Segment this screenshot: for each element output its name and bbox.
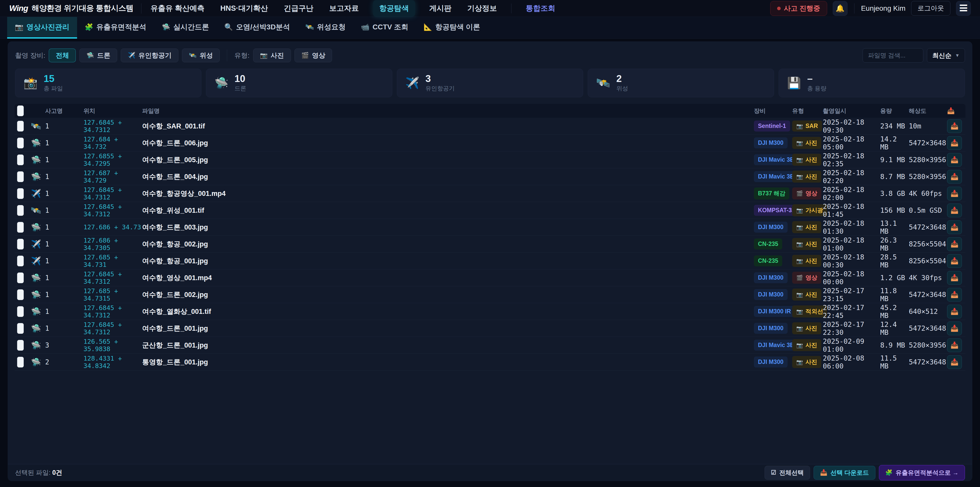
location-cell: 127.6845 + 34.7312 xyxy=(83,270,142,285)
table-row[interactable]: ✈️ 1 127.6845 + 34.7312 여수항_항공영상_001.mp4… xyxy=(14,185,966,202)
logout-button[interactable]: 로그아웃 xyxy=(911,1,950,16)
row-checkbox[interactable] xyxy=(17,306,24,317)
type-badge: 📷 사진 xyxy=(792,137,821,149)
row-checkbox[interactable] xyxy=(17,255,24,267)
table-row[interactable]: 🛸 1 127.685 + 34.7315 여수항_드론_002.jpg DJI… xyxy=(14,286,966,303)
device-filter-button[interactable]: 🛸 드론 xyxy=(80,48,117,62)
nav-item[interactable]: 게시판 xyxy=(428,0,453,17)
summary-card[interactable]: ✈️ 3 유인항공기 xyxy=(397,69,583,97)
table-row[interactable]: 🛸 1 127.6845 + 34.7312 여수항_영상_001.mp4 DJ… xyxy=(14,270,966,286)
type-badge-label: 사진 xyxy=(805,341,817,349)
summary-card[interactable]: 🛸 10 드론 xyxy=(206,69,392,97)
topbar-right: 사고 진행중 🔔 Eunjeong Kim 로그아웃 ☰ xyxy=(770,1,971,16)
table-row[interactable]: ✈️ 1 127.686 + 34.7305 여수항_항공_002.jpg CN… xyxy=(14,236,966,252)
download-button[interactable]: 📥 xyxy=(947,254,962,268)
platform-icon: 🛸 xyxy=(31,357,45,367)
download-button[interactable]: 📥 xyxy=(947,355,962,369)
row-checkbox[interactable] xyxy=(17,121,24,131)
download-button[interactable]: 📥 xyxy=(947,119,962,133)
table-row[interactable]: 🛸 1 127.684 + 34.732 여수항_드론_006.jpg DJI … xyxy=(14,134,966,152)
table-row[interactable]: 🛰️ 1 127.6845 + 34.7312 여수항_SAR_001.tif … xyxy=(14,118,966,134)
device-filter-button[interactable]: ✈️ 유인항공기 xyxy=(121,48,178,62)
download-button[interactable]: 📥 xyxy=(947,204,962,217)
download-button[interactable]: 📥 xyxy=(947,321,962,335)
send-to-analysis-button[interactable]: 🧩 유출유면적분석으로 → xyxy=(879,465,965,481)
download-button[interactable]: 📥 xyxy=(947,339,962,352)
download-icon: 📥 xyxy=(950,224,958,231)
row-checkbox[interactable] xyxy=(17,340,24,351)
device-filter-button[interactable]: 🛰️ 위성 xyxy=(182,48,220,62)
row-checkbox[interactable] xyxy=(17,289,24,300)
summary-card[interactable]: 🛰️ 2 위성 xyxy=(588,69,774,97)
platform-icon: 🛸 xyxy=(31,290,45,300)
footer-bar: 선택된 파일: 0건 ☑ 전체선택 📥 선택 다운로드 🧩 유출유면적분석으로 … xyxy=(8,464,972,481)
type-filter-button[interactable]: 🎬 영상 xyxy=(294,48,332,62)
device-filter-button[interactable]: 전체 xyxy=(49,48,76,62)
row-checkbox[interactable] xyxy=(17,171,24,182)
filename-search-input[interactable] xyxy=(862,48,923,62)
nav-item[interactable]: 보고자료 xyxy=(328,0,360,17)
table-row[interactable]: ✈️ 1 127.685 + 34.731 여수항_항공_001.jpg CN-… xyxy=(14,252,966,270)
nav-item[interactable]: 긴급구난 xyxy=(282,0,315,17)
row-checkbox[interactable] xyxy=(17,188,24,199)
download-button[interactable]: 📥 xyxy=(947,136,962,150)
download-button[interactable]: 📥 xyxy=(947,187,962,200)
puzzle-icon: 🧩 xyxy=(885,469,893,476)
section-tab[interactable]: 🧩 유출유면적분석 xyxy=(77,17,154,38)
type-cell: 📷 사진 xyxy=(792,137,823,149)
type-badge-icon: 🎬 xyxy=(796,275,803,281)
table-row[interactable]: 🛸 1 127.6855 + 34.7295 여수항_드론_005.jpg DJ… xyxy=(14,152,966,168)
download-button[interactable]: 📥 xyxy=(947,305,962,318)
table-row[interactable]: 🛸 1 127.6845 + 34.7312 여수항_드론_001.jpg DJ… xyxy=(14,320,966,337)
type-filter-button[interactable]: 📷 사진 xyxy=(253,48,291,62)
status-dot-icon xyxy=(777,6,781,10)
row-checkbox[interactable] xyxy=(17,357,24,367)
notifications-button[interactable]: 🔔 xyxy=(833,1,848,16)
section-tab[interactable]: 🛸 실시간드론 xyxy=(154,17,217,38)
select-all-button[interactable]: ☑ 전체선택 xyxy=(765,466,810,480)
row-checkbox[interactable] xyxy=(17,138,24,148)
table-row[interactable]: 🛸 1 127.686 + 34.73 여수항_드론_003.jpg DJI M… xyxy=(14,219,966,236)
table-row[interactable]: 🛸 3 126.565 + 35.9838 군산항_드론_001.jpg DJI… xyxy=(14,337,966,354)
row-checkbox[interactable] xyxy=(17,222,24,233)
row-checkbox[interactable] xyxy=(17,205,24,216)
hamburger-menu-button[interactable]: ☰ xyxy=(956,1,971,16)
nav-item[interactable]: HNS·대기확산 xyxy=(219,0,269,17)
nav-item[interactable]: 기상정보 xyxy=(466,0,498,17)
section-tab[interactable]: 🔍 오염/선박3D분석 xyxy=(217,17,298,38)
summary-card[interactable]: 💾 – 총 용량 xyxy=(779,69,965,97)
tab-label: 오염/선박3D분석 xyxy=(236,22,290,32)
download-button[interactable]: 📥 xyxy=(947,153,962,167)
download-button[interactable]: 📥 xyxy=(947,271,962,285)
nav-item-integrated-search[interactable]: 통합조회 xyxy=(524,0,557,17)
summary-card[interactable]: 📸 15 총 파일 xyxy=(15,69,201,97)
select-all-checkbox[interactable] xyxy=(17,105,24,116)
table-row[interactable]: 🛸 1 127.687 + 34.729 여수항_드론_004.jpg DJI … xyxy=(14,168,966,185)
download-selected-button[interactable]: 📥 선택 다운로드 xyxy=(814,466,875,480)
download-button[interactable]: 📥 xyxy=(947,220,962,234)
table-row[interactable]: 🛸 1 127.6845 + 34.7312 여수항_열화상_001.tif D… xyxy=(14,303,966,320)
row-checkbox[interactable] xyxy=(17,239,24,249)
datetime-cell: 2025-02-18 01:45 xyxy=(823,203,880,218)
row-checkbox[interactable] xyxy=(17,155,24,165)
card-label: 총 용량 xyxy=(807,85,826,93)
row-checkbox[interactable] xyxy=(17,273,24,283)
equipment-badge: DJI M300 xyxy=(754,323,788,334)
row-checkbox[interactable] xyxy=(17,323,24,334)
table-row[interactable]: 🛸 2 128.4331 + 34.8342 통영항_드론_001.jpg DJ… xyxy=(14,354,966,370)
resolution-cell: 5472×3648 xyxy=(909,358,947,366)
section-tab[interactable]: 📹 CCTV 조회 xyxy=(353,17,416,38)
sort-dropdown[interactable]: 최신순 ▼ xyxy=(927,48,965,62)
nav-item[interactable]: 항공탐색 xyxy=(373,0,415,17)
incident-cell: 1 xyxy=(45,324,83,332)
section-tab[interactable]: 🛰️ 위성요청 xyxy=(298,17,353,38)
section-tab[interactable]: 📐 항공탐색 이론 xyxy=(416,17,488,38)
nav-item[interactable]: 유출유 확산예측 xyxy=(149,0,206,17)
equipment-badge: DJI M300 IR xyxy=(754,306,795,317)
filename-cell: 여수항_드론_001.jpg xyxy=(142,324,754,333)
section-tab[interactable]: 📷 영상사진관리 xyxy=(7,17,77,38)
download-button[interactable]: 📥 xyxy=(947,288,962,302)
download-button[interactable]: 📥 xyxy=(947,237,962,251)
download-button[interactable]: 📥 xyxy=(947,170,962,184)
table-row[interactable]: 🛰️ 1 127.6845 + 34.7312 여수항_위성_001.tif K… xyxy=(14,202,966,219)
